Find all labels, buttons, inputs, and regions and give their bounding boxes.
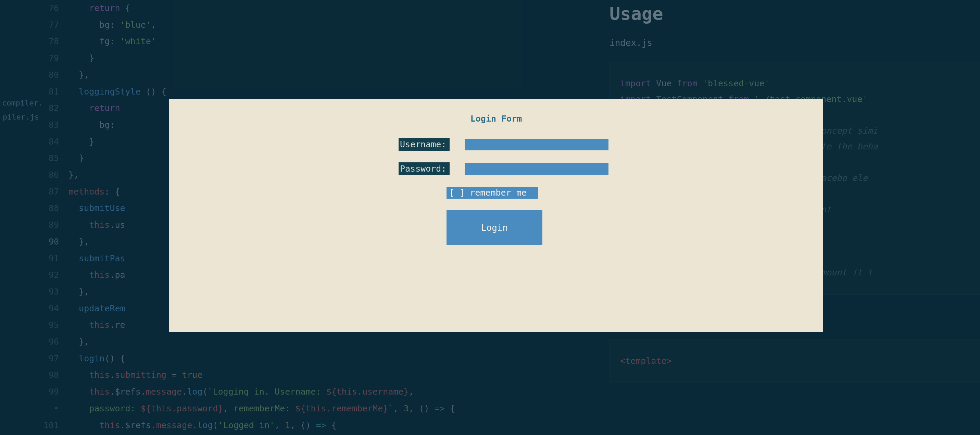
username-row: Username: [169, 138, 823, 151]
password-row: Password: [169, 163, 823, 175]
login-form-modal: Login Form Username: Password: [ ] remem… [169, 99, 823, 332]
login-form-title: Login Form [169, 99, 823, 124]
remember-me-checkbox[interactable]: [ ] remember me [447, 186, 538, 199]
login-button[interactable]: Login [447, 210, 542, 245]
username-input[interactable] [465, 139, 608, 150]
username-label: Username: [399, 138, 450, 151]
password-label: Password: [399, 163, 450, 175]
password-input[interactable] [465, 163, 608, 175]
